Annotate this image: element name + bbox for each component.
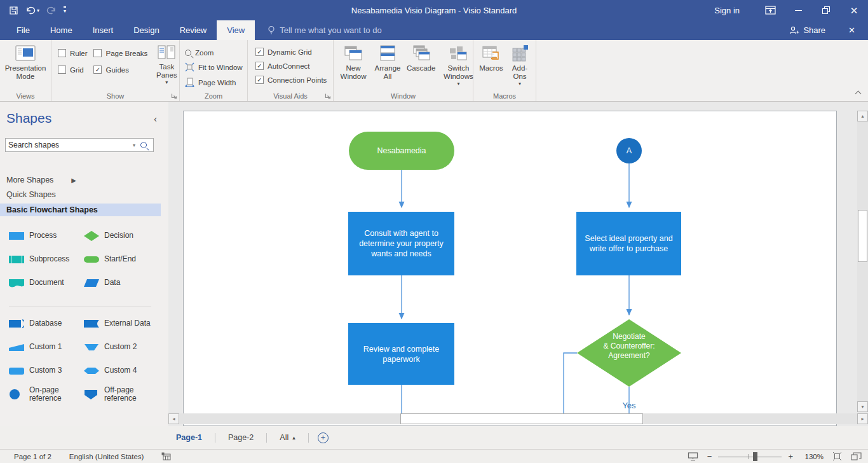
checkbox-guides[interactable]: Guides [93,66,147,74]
checkbox-ruler[interactable]: Ruler [58,49,87,57]
insert-page-button[interactable]: + [318,432,329,443]
zoom-label: Zoom [195,49,214,57]
switch-windows-status-icon[interactable] [851,452,862,461]
macros-button[interactable]: Macros [476,43,506,74]
stencil-basic-flowchart-shapes[interactable]: Basic Flowchart Shapes [0,204,161,216]
zoom-out-icon[interactable]: − [707,452,712,461]
stencil-item-decision[interactable]: Decision [84,231,159,241]
horizontal-scrollbar[interactable]: ◂ ▸ [168,413,868,424]
vertical-scrollbar-thumb[interactable] [858,210,867,262]
scroll-left-icon[interactable]: ◂ [168,413,179,424]
all-pages-button[interactable]: All ▴ [267,433,308,442]
scroll-down-icon[interactable]: ▾ [857,401,868,412]
stencil-item-start-end[interactable]: Start/End [84,254,159,265]
save-icon[interactable] [9,6,18,15]
stencil-item-off-page-reference[interactable]: Off-page reference [84,382,159,406]
checkbox-grid[interactable]: Grid [58,66,87,74]
tab-insert[interactable]: Insert [83,20,124,40]
flowchart-step1-node[interactable]: Consult with agent to determine your pro… [348,212,454,275]
more-shapes-link[interactable]: More Shapes ▶ [6,176,76,184]
collapse-ribbon-icon[interactable] [855,91,862,97]
customize-quick-access-icon[interactable]: ▾ [64,6,66,14]
zoom-slider[interactable]: − + [707,452,793,461]
presentation-mode-button[interactable]: Presentation Mode [3,43,48,82]
undo-dropdown-icon[interactable]: ▾ [37,8,39,13]
checkbox-label: Grid [70,66,84,74]
add-ons-button[interactable]: Add-Ons▾ [506,43,533,88]
custom-3-shape-icon [9,366,24,376]
checkbox-page-breaks[interactable]: Page Breaks [93,49,147,57]
tab-view[interactable]: View [217,20,255,40]
decision-node-label[interactable]: Negotiate & Counteroffer: Agreement? [581,332,677,361]
stencil-item-subprocess[interactable]: Subprocess [9,254,84,265]
cascade-button[interactable]: Cascade [405,43,437,74]
zoom-slider-track[interactable] [718,452,782,461]
stencil-item-custom-3[interactable]: Custom 3 [9,366,84,376]
search-dropdown-icon[interactable]: ▾ [133,142,135,148]
flowchart-start-node[interactable]: Nesabamedia [349,132,454,170]
tab-review[interactable]: Review [170,20,217,40]
zoom-slider-thumb[interactable] [753,452,757,461]
page-width-button[interactable]: Page Width [182,76,245,89]
restore-button[interactable] [812,0,840,20]
tell-me-box[interactable]: Tell me what you want to do [261,20,388,40]
zoom-in-icon[interactable]: + [788,452,793,461]
flowchart-reference-a-node[interactable]: A [616,138,642,163]
flowchart-step2-node[interactable]: Select ideal property and write offer to… [576,212,681,275]
stencil-item-external-data[interactable]: External Data [84,319,159,329]
stencil-item-custom-4[interactable]: Custom 4 [84,366,159,376]
page-tab-2[interactable]: Page-2 [215,433,266,442]
language-indicator[interactable]: English (United States) [69,453,144,460]
fit-to-window-button[interactable]: Fit to Window [182,60,245,74]
zoom-level[interactable]: 130% [802,453,824,460]
drawing-page[interactable] [183,111,837,426]
stencil-item-custom-1[interactable]: Custom 1 [9,342,84,352]
switch-windows-button[interactable]: Switch Windows▾ [441,43,475,88]
search-shapes-input[interactable] [6,141,133,149]
stencil-item-document[interactable]: Document [9,278,84,288]
stencil-item-data[interactable]: Data [84,278,159,288]
close-ribbon-icon[interactable]: ✕ [848,25,855,35]
checkbox-box [93,49,102,57]
checkbox-connection-points[interactable]: Connection Points [255,76,327,84]
tab-home[interactable]: Home [40,20,83,40]
fit-page-status-icon[interactable] [832,452,842,461]
visual-aids-dialog-launcher-icon[interactable] [325,93,331,99]
search-shapes-box[interactable]: ▾ [5,138,154,152]
tab-file[interactable]: File [6,20,40,40]
stencil-item-on-page-reference[interactable]: On-page reference [9,382,84,406]
add-ons-icon [510,45,529,62]
flowchart-step3-node[interactable]: Review and complete paperwork [348,323,454,385]
ribbon-group-zoom: Zoom Fit to Window Page Width Zoom [180,40,248,101]
sign-in-link[interactable]: Sign in [708,6,756,15]
new-window-button[interactable]: New Window [336,43,370,82]
macro-record-icon[interactable] [161,452,171,460]
checkbox-autoconnect[interactable]: AutoConnect [255,62,327,70]
page-indicator[interactable]: Page 1 of 2 [14,453,51,460]
scroll-right-icon[interactable]: ▸ [857,413,868,424]
presentation-mode-status-icon[interactable] [688,452,698,460]
collapse-shapes-panel-icon[interactable]: ‹ [154,113,157,124]
search-icon[interactable] [140,142,147,148]
stencil-item-process[interactable]: Process [9,231,84,241]
arrange-all-button[interactable]: Arrange All [370,43,405,82]
minimize-button[interactable] [784,0,812,20]
page-tab-1[interactable]: Page-1 [176,433,215,442]
ribbon-display-options-icon[interactable] [756,0,784,20]
scroll-up-icon[interactable]: ▴ [857,111,868,121]
vertical-scrollbar[interactable]: ▴ ▾ [857,111,868,412]
share-button[interactable]: Share [789,25,825,35]
stencil-item-custom-2[interactable]: Custom 2 [84,342,159,352]
quick-shapes-link[interactable]: Quick Shapes [6,190,56,199]
show-dialog-launcher-icon[interactable] [171,93,177,99]
zoom-button[interactable]: Zoom [182,47,245,59]
undo-icon[interactable]: ▾ [25,6,39,15]
stencil-item-database[interactable]: Database [9,319,84,329]
task-panes-button[interactable]: Task Panes▾ [151,43,182,86]
tab-design[interactable]: Design [123,20,169,40]
yes-branch-label[interactable]: Yes [610,401,648,410]
checkbox-dynamic-grid[interactable]: Dynamic Grid [255,48,327,56]
drawing-canvas[interactable]: Nesabamedia A Consult with agent to dete… [168,102,868,426]
horizontal-scrollbar-thumb[interactable] [400,413,643,424]
close-button[interactable]: ✕ [840,0,868,20]
